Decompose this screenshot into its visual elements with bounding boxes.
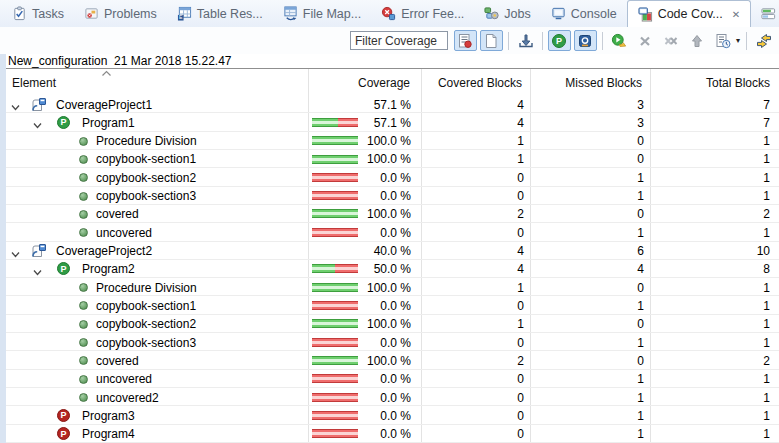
element-label: Program2 [82,262,135,276]
coverage-value: 100.0 % [367,134,411,148]
coverage-value: 0.0 % [380,299,411,313]
chevron-down-icon[interactable] [10,99,21,110]
tree-row-covered[interactable]: covered100.0 %202 [0,351,779,369]
tab-problems[interactable]: Problems [74,0,167,27]
element-label: Program3 [82,409,135,423]
column-header-coverage[interactable]: Coverage [358,76,410,90]
missed-blocks-value: 3 [637,116,644,130]
tree-row-procedure-division[interactable]: Procedure Division100.0 %101 [0,278,779,296]
missed-blocks-value: 1 [637,299,644,313]
column-header-missed-blocks[interactable]: Missed Blocks [565,76,642,90]
coverage-value: 100.0 % [367,317,411,331]
covered-blocks-value: 0 [517,391,524,405]
tree-row-copybook-section1[interactable]: copybook-section10.0 %011 [0,296,779,314]
missed-blocks-value: 3 [637,98,644,112]
tree-row-copybook-section2[interactable]: copybook-section20.0 %011 [0,168,779,186]
chevron-down-icon[interactable] [32,264,43,275]
show-objects-button[interactable] [574,30,597,51]
missed-blocks-value: 0 [637,152,644,166]
tab-progress[interactable]: Progress [751,0,779,27]
link-with-selection-button[interactable] [752,30,775,51]
tab-jobs[interactable]: Jobs [474,0,540,27]
tree-row-program1[interactable]: PProgram157.1 %437 [0,113,779,131]
coverage-bar [312,118,358,127]
coverage-value: 0.0 % [380,391,411,405]
total-blocks-value: 7 [763,98,770,112]
coverage-bar [312,301,358,310]
tree-row-program2[interactable]: PProgram250.0 %448 [0,260,779,278]
element-label: uncovered [96,372,152,386]
relaunch-coverage-button[interactable] [608,30,631,51]
list-clock-icon [715,33,731,49]
missed-blocks-value: 0 [637,354,644,368]
filter-markers-button[interactable] [454,30,477,51]
total-blocks-value: 2 [763,354,770,368]
tree-row-covered[interactable]: covered100.0 %202 [0,205,779,223]
tree-row-uncovered[interactable]: uncovered0.0 %011 [0,370,779,388]
tree-row-program4[interactable]: PProgram40.0 %011 [0,425,779,443]
coverage-bar-missed [312,393,358,402]
tab-table-res[interactable]: ETable Res... [167,0,273,27]
close-icon[interactable]: ✕ [732,9,740,20]
total-blocks-value: 8 [763,262,770,276]
missed-blocks-value: 1 [637,226,644,240]
covered-blocks-value: 0 [517,171,524,185]
covered-blocks-value: 4 [517,116,524,130]
navigate-up-button [686,30,709,51]
element-label: copybook-section1 [96,152,196,166]
coverage-value: 100.0 % [367,354,411,368]
coverage-bar [312,283,358,292]
total-blocks-value: 1 [763,409,770,423]
tree-row-procedure-division[interactable]: Procedure Division100.0 %101 [0,132,779,150]
chevron-down-icon[interactable] [10,246,21,257]
tab-file-map[interactable]: File Map... [273,0,371,27]
tree-row-uncovered[interactable]: uncovered0.0 %011 [0,223,779,241]
problems-icon [84,6,99,21]
tree-row-coverageproject2[interactable]: CoverageProject240.0 %4610 [0,242,779,260]
element-label: copybook-section3 [96,336,196,350]
tab-tasks[interactable]: Tasks [2,0,74,27]
coverage-bar [312,429,358,438]
filter-coverage-input[interactable] [350,31,448,50]
covered-blocks-value: 2 [517,207,524,221]
chevron-down-icon[interactable] [32,117,43,128]
tree-row-copybook-section2[interactable]: copybook-section2100.0 %101 [0,315,779,333]
missed-blocks-value: 1 [637,409,644,423]
tree-row-copybook-section3[interactable]: copybook-section30.0 %011 [0,333,779,351]
remove-all-icon [663,33,679,49]
element-label: Procedure Division [96,281,197,295]
coverage-bar [312,411,358,420]
column-header-total-blocks[interactable]: Total Blocks [706,76,770,90]
document-icon [483,33,499,49]
tab-label: Problems [104,7,157,21]
table-header: Element Coverage Covered Blocks Missed B… [0,69,779,95]
session-menu-button[interactable] [712,30,735,51]
missed-blocks-value: 1 [637,391,644,405]
tab-console[interactable]: Console [541,0,627,27]
coverage-bar-missed [312,228,358,237]
tab-error-fee[interactable]: Error Fee... [371,0,474,27]
show-programs-button[interactable]: P [548,30,571,51]
coverage-value: 57.1 % [374,98,411,112]
total-blocks-value: 2 [763,207,770,221]
tree-row-program3[interactable]: PProgram30.0 %011 [0,406,779,424]
tab-code-cov[interactable]: Code Cov...✕ [627,0,751,27]
element-label: CoverageProject2 [56,244,152,258]
column-header-covered-blocks[interactable]: Covered Blocks [438,76,522,90]
section-dot-icon [79,210,88,219]
coverage-bar [312,228,358,237]
toolbar-separator [542,32,543,50]
coverage-value: 57.1 % [374,116,411,130]
dropdown-caret-icon[interactable]: ▾ [736,36,740,45]
coverage-bar [312,136,358,145]
tree-row-copybook-section1[interactable]: copybook-section1100.0 %101 [0,150,779,168]
tree-row-coverageproject1[interactable]: CoverageProject157.1 %437 [0,95,779,113]
column-header-element[interactable]: Element [12,76,56,90]
tree-row-copybook-section3[interactable]: copybook-section30.0 %011 [0,187,779,205]
show-files-button[interactable] [480,30,503,51]
tree-row-uncovered2[interactable]: uncovered20.0 %011 [0,388,779,406]
covered-blocks-value: 1 [517,152,524,166]
coverage-value: 100.0 % [367,281,411,295]
covered-blocks-value: 4 [517,262,524,276]
import-session-button[interactable] [514,30,537,51]
